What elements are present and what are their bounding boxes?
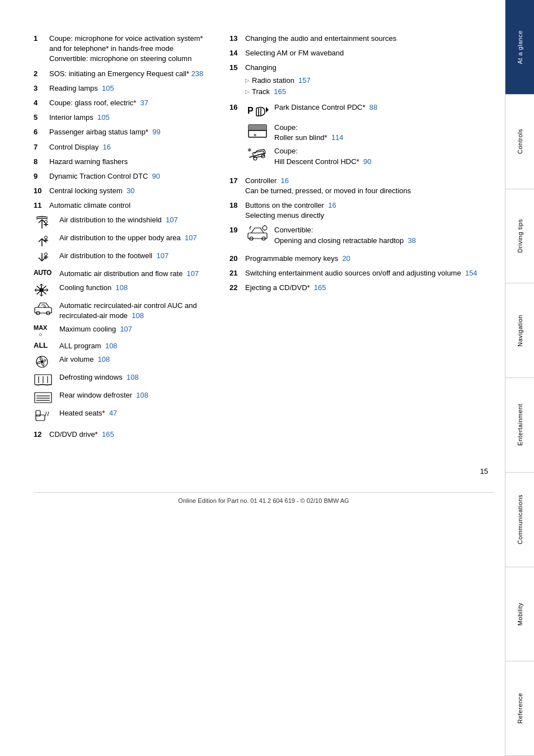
air-volume-icon <box>34 354 55 369</box>
list-item-2: 2 SOS: initiating an Emergency Request c… <box>34 69 213 79</box>
item-number-1: 1 <box>34 34 49 64</box>
air-upper-icon <box>34 233 55 248</box>
right-item-16: 16 P <box>229 102 494 170</box>
svg-point-15 <box>45 253 48 256</box>
all-icon: ALL <box>34 341 55 349</box>
right-item-19: 19 <box>229 225 494 249</box>
list-item-10: 10 Central locking system 30 <box>34 186 213 196</box>
climate-row-max: MAX○ Maximum cooling 107 <box>34 324 213 338</box>
max-icon: MAX○ <box>34 324 55 338</box>
list-item-3: 3 Reading lamps 105 <box>34 83 213 94</box>
item-content-1: Coupe: microphone for voice activation s… <box>49 34 213 64</box>
svg-line-7 <box>39 239 42 242</box>
svg-point-63 <box>263 226 267 230</box>
svg-text:☀: ☀ <box>253 133 257 138</box>
list-item-1: 1 Coupe: microphone for voice activation… <box>34 34 213 64</box>
list-item-8: 8 Hazard warning flashers <box>34 157 213 167</box>
svg-marker-51 <box>266 107 269 113</box>
climate-row-footwell: Air distribution to the footwell 107 <box>34 251 213 265</box>
climate-row-cooling: Cooling function 108 <box>34 283 213 297</box>
list-item-4: 4 Coupe: glass roof, electric* 37 <box>34 98 213 108</box>
sidebar-item-communications[interactable]: Communications <box>505 473 534 567</box>
right-item-18: 18 Buttons on the controller 16 Selectin… <box>229 200 494 221</box>
climate-row-auto: AUTO Automatic air distribution and flow… <box>34 269 213 279</box>
svg-line-67 <box>250 226 251 227</box>
svg-point-3 <box>45 221 48 223</box>
climate-row-rear-defroster: Rear window defroster 108 <box>34 390 213 405</box>
right-item-20: 20 Programmable memory keys 20 <box>229 254 494 264</box>
list-item-11: 11 Automatic climate control <box>34 200 213 211</box>
convertible-top-icon <box>245 225 270 241</box>
list-item-9: 9 Dynamic Traction Control DTC 90 <box>34 171 213 181</box>
list-item-6: 6 Passenger airbag status lamp* 99 <box>34 127 213 137</box>
climate-row-recirculated: Automatic recirculated-air control AUC a… <box>34 301 213 321</box>
recirculated-icon <box>34 301 55 315</box>
cooling-icon <box>34 283 55 297</box>
auto-icon: AUTO <box>34 269 55 277</box>
sidebar-item-controls[interactable]: Controls <box>505 95 534 189</box>
right-item-17: 17 Controller 16 Can be turned, pressed,… <box>229 176 494 196</box>
right-item-22: 22 Ejecting a CD/DVD* 165 <box>229 283 494 293</box>
page-footer-area: 15 Online Edition for Part no. 01 41 2 6… <box>34 467 494 504</box>
svg-rect-31 <box>35 307 51 313</box>
right-item-21: 21 Switching entertainment audio sources… <box>229 268 494 278</box>
heated-seats-icon <box>34 408 55 423</box>
svg-line-13 <box>39 258 42 261</box>
roller-blind-row: ☀ Coupe:Roller sun blind* 114 <box>245 123 494 143</box>
pdc-row: P <box>245 102 494 119</box>
hdc-row: ❄ Coupe:Hill Descent Control HDC* 90 <box>245 146 494 166</box>
climate-row-all: ALL ALL program 108 <box>34 341 213 351</box>
sidebar-item-driving-tips[interactable]: Driving tips <box>505 189 534 284</box>
list-item-7: 7 Control Display 16 <box>34 142 213 152</box>
right-item-15: 15 Changing ▷ Radio station 157 ▷ Track … <box>229 63 494 98</box>
right-item-13: 13 Changing the audio and entertainment … <box>229 34 494 44</box>
hdc-icon: ❄ <box>245 146 270 163</box>
air-windshield-icon <box>34 215 55 230</box>
svg-line-1 <box>39 220 42 223</box>
right-item-14: 14 Selecting AM or FM waveband <box>229 48 494 58</box>
sidebar-item-at-a-glance[interactable]: At a glance <box>505 0 534 95</box>
footer-text: Online Edition for Part no. 01 41 2 604 … <box>34 492 494 504</box>
list-item-5: 5 Interior lamps 105 <box>34 113 213 123</box>
climate-row-heated-seats: Heated seats* 47 <box>34 408 213 423</box>
climate-section: Air distribution to the windshield 107 <box>34 215 213 423</box>
svg-rect-41 <box>35 393 51 403</box>
sidebar: At a glance Controls Driving tips Naviga… <box>505 0 534 756</box>
list-item-12: 12 CD/DVD drive* 165 <box>34 430 213 440</box>
svg-text:P: P <box>247 106 254 115</box>
svg-text:❄: ❄ <box>247 147 252 153</box>
air-footwell-icon <box>34 251 55 265</box>
page-number: 15 <box>34 467 494 475</box>
climate-row-airvolume: Air volume 108 <box>34 354 213 369</box>
sidebar-item-entertainment[interactable]: Entertainment <box>505 378 534 473</box>
svg-point-9 <box>45 236 48 239</box>
sidebar-item-navigation[interactable]: Navigation <box>505 283 534 378</box>
climate-row-upper: Air distribution to the upper body area … <box>34 233 213 248</box>
defrost-windows-icon <box>34 372 55 387</box>
svg-line-14 <box>42 258 45 261</box>
svg-rect-60 <box>248 233 267 239</box>
sidebar-item-reference[interactable]: Reference <box>505 661 534 756</box>
sidebar-item-mobility[interactable]: Mobility <box>505 567 534 662</box>
svg-point-36 <box>41 361 43 363</box>
climate-row-defrost: Defrosting windows 108 <box>34 372 213 387</box>
rear-defroster-icon <box>34 390 55 405</box>
link-238[interactable]: 238 <box>191 69 204 78</box>
pdc-icon: P <box>245 102 270 119</box>
roller-blind-icon: ☀ <box>245 123 270 139</box>
svg-rect-53 <box>249 125 266 130</box>
climate-row-windshield: Air distribution to the windshield 107 <box>34 215 213 230</box>
